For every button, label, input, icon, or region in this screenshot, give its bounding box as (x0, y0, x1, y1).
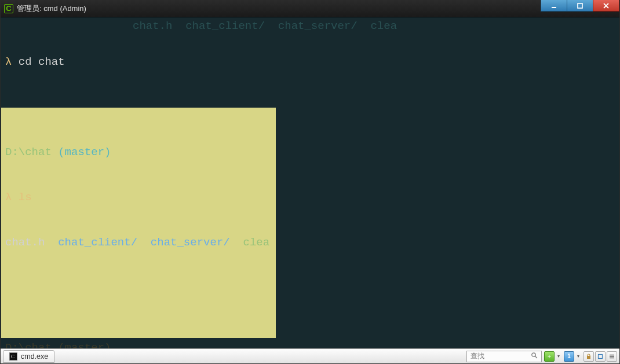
new-console-button[interactable]: ＋ (544, 351, 555, 362)
ls-exec: clea (243, 236, 270, 249)
prompt-branch: (master) (58, 341, 111, 348)
prompt-path: D:\chat (5, 341, 58, 348)
cmd-icon: C (9, 352, 17, 361)
console-tab[interactable]: C cmd.exe (3, 350, 54, 363)
window-title: 管理员: cmd (Admin) (17, 3, 86, 14)
title-bar[interactable]: C 管理员: cmd (Admin) (1, 0, 619, 17)
svg-rect-9 (599, 354, 603, 358)
cmd-text: cd chat (19, 56, 65, 68)
maximize-button[interactable] (567, 0, 593, 12)
search-input[interactable]: 查找 (466, 351, 542, 362)
console-count-button[interactable]: 1 (564, 351, 574, 362)
app-window: C 管理员: cmd (Admin) chat.h chat_client/ c… (0, 0, 620, 364)
search-icon (531, 352, 538, 361)
prompt-lambda: λ (5, 191, 19, 204)
terminal-area[interactable]: chat.h chat_client/ chat_server/ clea λ … (1, 17, 619, 348)
svg-rect-1 (578, 3, 582, 8)
ls-file: chat.h (5, 236, 58, 249)
ls-dir: chat_client/ (58, 236, 151, 249)
menu-button[interactable] (607, 351, 617, 362)
svg-line-7 (535, 356, 538, 359)
cmd-text: ls (19, 191, 32, 204)
svg-text:C: C (11, 354, 14, 359)
prompt-branch: (master) (58, 146, 111, 159)
lock-button[interactable] (583, 351, 594, 362)
svg-rect-8 (587, 356, 590, 359)
tab-label: cmd.exe (21, 352, 48, 361)
ls-dir: chat_server/ (151, 236, 243, 249)
new-console-dropdown[interactable]: ▾ (556, 354, 561, 359)
close-button[interactable] (593, 0, 619, 12)
minimize-button[interactable] (541, 0, 567, 12)
attach-button[interactable] (595, 351, 606, 362)
prompt-lambda: λ (5, 56, 19, 68)
status-bar: C cmd.exe 查找 ＋ ▾ 1 ▾ (1, 348, 619, 363)
svg-point-6 (532, 353, 535, 356)
console-list-dropdown[interactable]: ▾ (575, 354, 581, 359)
app-icon: C (4, 4, 13, 13)
prompt-path: D:\chat (5, 146, 58, 159)
search-placeholder: 查找 (471, 351, 484, 361)
